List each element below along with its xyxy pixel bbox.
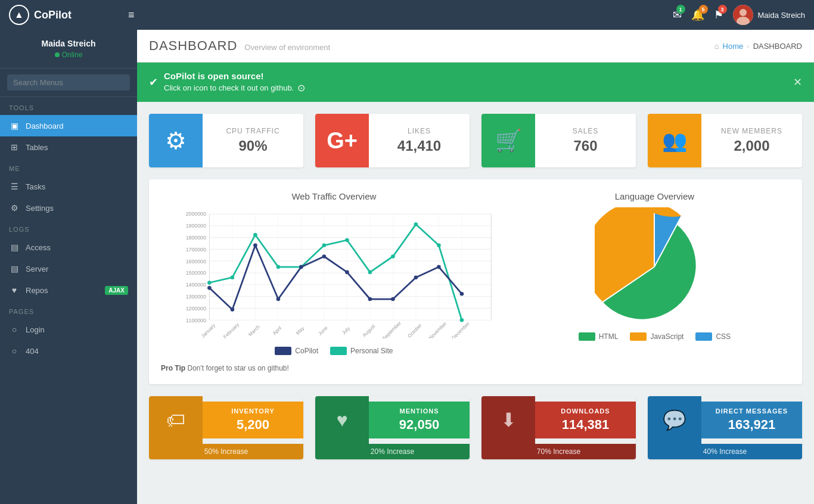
github-icon[interactable]: ⊙ — [297, 82, 305, 94]
gplus-icon: G+ — [327, 128, 358, 154]
inventory-label: INVENTORY — [209, 407, 297, 415]
charts-card: Web Traffic Overview — [149, 179, 802, 384]
svg-point-59 — [460, 292, 464, 296]
svg-text:August: August — [362, 323, 377, 338]
members-info: NEW MEMBERS 2,000 — [701, 121, 802, 160]
likes-value: 41,410 — [378, 138, 461, 154]
sidebar-item-dashboard[interactable]: ▣ Dashboard — [0, 115, 137, 136]
sidebar-item-login[interactable]: ○ Login — [0, 319, 137, 340]
app-logo[interactable]: ▲ CoPilot — [9, 5, 128, 25]
sidebar-item-server[interactable]: ▤ Server — [0, 258, 137, 279]
alert-content: ✔ CoPilot is open source! Click on icon … — [149, 71, 305, 94]
pie-chart-svg — [595, 207, 714, 326]
sales-value: 760 — [544, 138, 627, 154]
alert-text: CoPilot is open source! Click on icon to… — [164, 71, 305, 94]
charts-row: Web Traffic Overview — [161, 191, 790, 355]
breadcrumb-current: DASHBOARD — [753, 42, 802, 51]
sidebar-item-label: 404 — [26, 347, 39, 356]
legend-copilot-color — [275, 347, 291, 355]
bottom-card-mentions: ♥ MENTIONS 92,050 20% Increase — [315, 396, 470, 459]
sidebar-item-label: Settings — [26, 204, 54, 213]
svg-point-36 — [207, 281, 212, 285]
breadcrumb-home[interactable]: Home — [723, 42, 744, 51]
alert-close-button[interactable]: ✕ — [793, 76, 802, 89]
messages-info: DIRECT MESSAGES 163,921 — [701, 402, 802, 438]
sidebar-item-settings[interactable]: ⚙ Settings — [0, 197, 137, 219]
likes-info: LIKES 41,410 — [369, 121, 470, 160]
bottom-card-messages: 💬 DIRECT MESSAGES 163,921 40% Increase — [648, 396, 802, 459]
svg-text:April: April — [272, 325, 282, 336]
download-icon: ⬇ — [501, 409, 517, 431]
mail-button[interactable]: ✉ 1 — [673, 8, 682, 21]
downloads-value: 114,381 — [541, 417, 630, 433]
404-icon: ○ — [9, 346, 20, 356]
legend-css-label: CSS — [716, 332, 731, 341]
breadcrumb-separator: › — [747, 42, 749, 51]
downloads-label: DOWNLOADS — [541, 407, 630, 415]
sidebar-user-info: Maida Streich Online — [0, 30, 137, 69]
section-me-label: ME — [0, 158, 137, 176]
mail-badge: 1 — [676, 5, 685, 14]
svg-text:June: June — [318, 325, 329, 336]
sidebar-item-access[interactable]: ▤ Access — [0, 237, 137, 258]
nav-username: Maida Streich — [758, 11, 805, 20]
content-header: DASHBOARD Overview of environment ⌂ Home… — [137, 30, 814, 63]
members-icon: 👥 — [662, 129, 687, 153]
sidebar-item-tables[interactable]: ⊞ Tables — [0, 136, 137, 158]
pie-chart-visual — [519, 207, 790, 326]
svg-text:1500000: 1500000 — [186, 270, 206, 276]
inventory-footer: 50% Increase — [149, 444, 303, 459]
flag-button[interactable]: ⚑ 3 — [714, 8, 723, 21]
svg-point-37 — [231, 275, 235, 279]
svg-text:July: July — [341, 325, 351, 335]
bell-button[interactable]: 🔔 5 — [691, 8, 704, 21]
check-icon: ✔ — [149, 76, 158, 89]
login-icon: ○ — [9, 325, 20, 334]
svg-point-44 — [391, 254, 395, 259]
sales-label: SALES — [544, 127, 627, 135]
chat-icon: 💬 — [663, 409, 686, 431]
legend-js-color — [630, 332, 647, 341]
user-menu[interactable]: Maida Streich — [733, 5, 805, 25]
inventory-main: 🏷 INVENTORY 5,200 — [149, 396, 303, 444]
sidebar-item-tasks[interactable]: ☰ Tasks — [0, 176, 137, 197]
mentions-main: ♥ MENTIONS 92,050 — [315, 396, 470, 444]
hamburger-button[interactable]: ≡ — [128, 9, 135, 21]
line-chart-title: Web Traffic Overview — [161, 191, 507, 201]
search-input[interactable] — [7, 74, 130, 91]
svg-text:1900000: 1900000 — [186, 223, 206, 229]
inventory-info: INVENTORY 5,200 — [203, 402, 303, 438]
svg-text:November: November — [428, 321, 448, 338]
downloads-footer: 70% Increase — [481, 444, 636, 459]
svg-point-43 — [368, 270, 372, 275]
likes-icon-box: G+ — [315, 114, 369, 167]
sidebar-item-404[interactable]: ○ 404 — [0, 340, 137, 362]
messages-label: DIRECT MESSAGES — [707, 407, 796, 415]
svg-point-54 — [345, 270, 349, 275]
svg-point-1 — [740, 9, 747, 16]
bottom-card-inventory: 🏷 INVENTORY 5,200 50% Increase — [149, 396, 303, 459]
cpu-icon: ⚙ — [165, 127, 187, 154]
legend-html: HTML — [579, 332, 619, 341]
section-pages-label: PAGES — [0, 301, 137, 319]
bottom-stat-cards: 🏷 INVENTORY 5,200 50% Increase ♥ MENTION… — [137, 396, 814, 471]
sidebar-item-label: Tasks — [26, 182, 45, 191]
sidebar-item-repos[interactable]: ♥ Repos AJAX — [0, 279, 137, 301]
stat-card-likes: G+ LIKES 41,410 — [315, 114, 470, 167]
downloads-main: ⬇ DOWNLOADS 114,381 — [481, 396, 636, 444]
mentions-value: 92,050 — [375, 417, 464, 433]
svg-text:September: September — [381, 321, 402, 338]
members-label: NEW MEMBERS — [710, 127, 793, 135]
stat-card-members: 👥 NEW MEMBERS 2,000 — [648, 114, 802, 167]
flag-badge: 3 — [718, 5, 727, 14]
stat-card-sales: 🛒 SALES 760 — [481, 114, 636, 167]
home-icon: ⌂ — [714, 42, 719, 51]
sidebar-item-label: Repos — [26, 286, 48, 295]
svg-text:1100000: 1100000 — [186, 318, 206, 323]
svg-point-51 — [276, 297, 281, 301]
svg-text:March: March — [247, 324, 261, 338]
svg-text:May: May — [295, 325, 306, 336]
svg-text:1800000: 1800000 — [186, 235, 206, 241]
legend-css-color — [695, 332, 712, 341]
messages-main: 💬 DIRECT MESSAGES 163,921 — [648, 396, 802, 444]
